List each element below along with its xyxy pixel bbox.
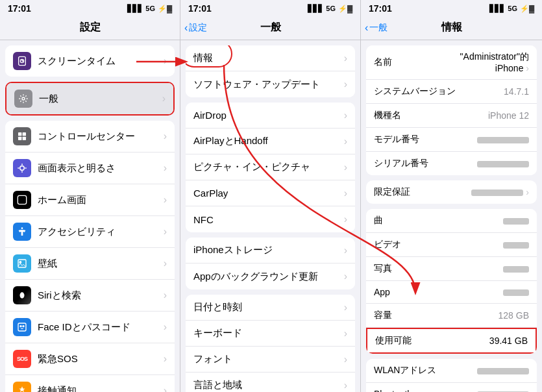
label-general: 一般 bbox=[39, 93, 160, 105]
label-airplay: AirPlayとHandoff bbox=[193, 135, 341, 147]
battery-left: ⚡▓ bbox=[158, 5, 172, 13]
label-carplay: CarPlay bbox=[193, 188, 341, 199]
row-airplay[interactable]: AirPlayとHandoff › bbox=[186, 129, 355, 154]
battery-mid: ⚡▓ bbox=[338, 5, 352, 13]
nav-title-mid: 一般 bbox=[260, 21, 281, 34]
chevron-software: › bbox=[344, 79, 347, 90]
back-label-right: 一般 bbox=[369, 22, 388, 34]
label-model-name: 機種名 bbox=[374, 110, 401, 121]
label-name: 名前 bbox=[374, 56, 392, 68]
icon-faceid bbox=[13, 318, 31, 336]
row-bg-update[interactable]: Appのバックグラウンド更新 › bbox=[186, 263, 355, 289]
mid-scroll-area[interactable]: 情報 › ソフトウェア・アップデート › AirDrop bbox=[180, 40, 360, 392]
value-songs bbox=[503, 215, 529, 226]
label-bluetooth: Bluetooth bbox=[374, 389, 412, 392]
label-control: コントロールセンター bbox=[38, 130, 161, 143]
row-fonts[interactable]: フォント › bbox=[186, 347, 355, 373]
chevron-keyboard: › bbox=[344, 328, 347, 339]
row-home[interactable]: ホーム画面 › bbox=[5, 184, 175, 216]
label-os: システムバージョン bbox=[374, 86, 456, 97]
svg-point-18 bbox=[20, 292, 25, 298]
signal-icons-left: ▋▋▋ 5G ⚡▓ bbox=[127, 5, 172, 13]
time-left: 17:01 bbox=[8, 3, 31, 14]
row-screen-time[interactable]: スクリーンタイム › bbox=[5, 45, 175, 77]
chevron-home: › bbox=[164, 194, 167, 206]
nav-bar-right: ‹ 一般 情報 bbox=[361, 16, 542, 40]
mid-card-storage: iPhoneストレージ › Appのバックグラウンド更新 › bbox=[186, 238, 355, 289]
svg-rect-19 bbox=[18, 323, 26, 331]
label-model-number: モデル番号 bbox=[374, 134, 419, 145]
signal-bars-mid: ▋▋▋ bbox=[308, 5, 323, 13]
left-scroll-area[interactable]: スクリーンタイム › 一般 › bbox=[0, 40, 180, 392]
info-row-os: システムバージョン 14.7.1 bbox=[366, 80, 537, 104]
mid-panel: 17:01 ▋▋▋ 5G ⚡▓ ‹ 設定 一般 情報 bbox=[180, 0, 361, 392]
chevron-wallpaper: › bbox=[164, 258, 167, 269]
chevron-siri: › bbox=[164, 289, 167, 301]
info-row-name[interactable]: 名前 "Administrator"的 iPhone › bbox=[366, 45, 537, 80]
row-software[interactable]: ソフトウェア・アップデート › bbox=[186, 71, 355, 97]
svg-rect-5 bbox=[18, 132, 21, 136]
value-name: "Administrator"的 iPhone › bbox=[438, 51, 529, 73]
value-serial bbox=[477, 158, 529, 169]
row-nfc[interactable]: NFC › bbox=[186, 206, 355, 232]
left-panel: 17:01 ▋▋▋ 5G ⚡▓ 設定 スクリ bbox=[0, 0, 180, 392]
value-bluetooth bbox=[477, 389, 529, 392]
back-button-right[interactable]: ‹ 一般 bbox=[365, 22, 388, 34]
icon-accessibility bbox=[13, 223, 31, 241]
info-row-warranty[interactable]: 限定保証 › bbox=[366, 180, 537, 204]
status-bar-left: 17:01 ▋▋▋ 5G ⚡▓ bbox=[0, 0, 180, 16]
icon-display bbox=[13, 159, 31, 177]
label-wlan: WLANアドレス bbox=[374, 365, 436, 376]
row-control[interactable]: コントロールセンター › bbox=[5, 121, 175, 153]
label-nfc: NFC bbox=[193, 214, 341, 225]
svg-rect-6 bbox=[23, 132, 26, 136]
row-iphone-storage[interactable]: iPhoneストレージ › bbox=[186, 238, 355, 263]
row-wallpaper[interactable]: 壁紙 › bbox=[5, 248, 175, 280]
signal-bars-right: ▋▋▋ bbox=[489, 5, 505, 13]
row-language[interactable]: 言語と地域 › bbox=[186, 373, 355, 392]
row-info[interactable]: 情報 › bbox=[186, 45, 355, 71]
svg-rect-8 bbox=[23, 137, 26, 140]
row-exposure[interactable]: 接触通知 › bbox=[5, 375, 175, 392]
label-language: 言語と地域 bbox=[193, 379, 341, 391]
icon-siri bbox=[13, 286, 31, 304]
back-chevron-right: ‹ bbox=[365, 22, 368, 34]
svg-point-15 bbox=[21, 227, 23, 229]
row-display[interactable]: 画面表示と明るさ › bbox=[5, 153, 175, 184]
right-card-content: 曲 ビデオ 写真 App bbox=[366, 209, 537, 354]
back-button-mid[interactable]: ‹ 設定 bbox=[184, 22, 207, 34]
icon-exposure bbox=[13, 382, 31, 392]
settings-card-general: 一般 › bbox=[5, 82, 175, 116]
icon-general bbox=[14, 90, 32, 108]
svg-point-4 bbox=[22, 97, 25, 100]
nav-title-right: 情報 bbox=[441, 21, 462, 34]
chevron-sos: › bbox=[164, 353, 167, 365]
label-iphone-storage: iPhoneストレージ bbox=[193, 244, 341, 256]
info-row-bluetooth: Bluetooth bbox=[366, 383, 537, 392]
value-videos bbox=[503, 239, 529, 250]
row-accessibility[interactable]: アクセシビリティ › bbox=[5, 216, 175, 248]
chevron-airdrop: › bbox=[344, 110, 347, 121]
row-carplay[interactable]: CarPlay › bbox=[186, 180, 355, 206]
row-datetime[interactable]: 日付と時刻 › bbox=[186, 295, 355, 321]
info-row-songs: 曲 bbox=[366, 209, 537, 233]
right-card-device: 名前 "Administrator"的 iPhone › システムバージョン 1… bbox=[366, 45, 537, 175]
label-exposure: 接触通知 bbox=[38, 385, 161, 393]
right-scroll-area[interactable]: 名前 "Administrator"的 iPhone › システムバージョン 1… bbox=[361, 40, 542, 392]
row-airdrop[interactable]: AirDrop › bbox=[186, 103, 355, 129]
row-siri[interactable]: Siriと検索 › bbox=[5, 280, 175, 312]
row-keyboard[interactable]: キーボード › bbox=[186, 321, 355, 347]
nav-bar-left: 設定 bbox=[0, 16, 180, 40]
row-picture[interactable]: ピクチャ・イン・ピクチャ › bbox=[186, 154, 355, 180]
row-general[interactable]: 一般 › bbox=[6, 83, 173, 114]
label-datetime: 日付と時刻 bbox=[193, 301, 341, 313]
chevron-iphone-storage: › bbox=[344, 245, 347, 256]
label-home: ホーム画面 bbox=[38, 194, 161, 206]
label-apps: App bbox=[374, 287, 390, 297]
chevron-language: › bbox=[344, 380, 347, 391]
row-faceid[interactable]: Face IDとパスコード › bbox=[5, 312, 175, 343]
chevron-display: › bbox=[164, 162, 167, 174]
chevron-control: › bbox=[164, 130, 167, 142]
info-row-wlan: WLANアドレス bbox=[366, 359, 537, 383]
row-sos[interactable]: SOS 緊急SOS › bbox=[5, 343, 175, 375]
